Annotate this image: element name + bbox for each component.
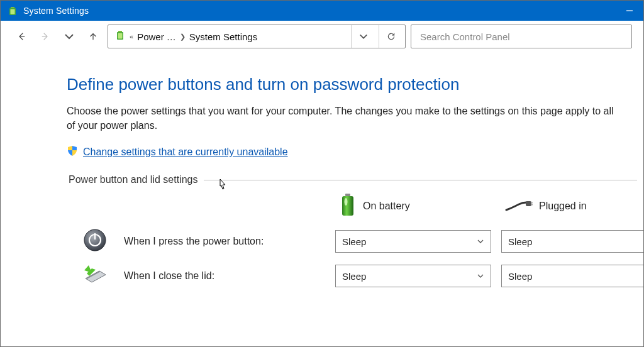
shield-icon — [67, 145, 78, 159]
svg-point-15 — [84, 229, 106, 251]
up-button[interactable] — [84, 27, 103, 46]
power-button-battery-select[interactable]: Sleep — [335, 230, 491, 253]
refresh-button[interactable] — [379, 25, 402, 48]
battery-app-icon — [7, 5, 18, 16]
battery-crumb-icon — [114, 30, 126, 43]
row-power-button-label: When I press the power button: — [124, 236, 325, 247]
svg-rect-13 — [531, 202, 533, 203]
titlebar: System Settings — [1, 1, 643, 21]
breadcrumb-separator-icon: ❯ — [180, 33, 186, 41]
change-settings-row: Change settings that are currently unava… — [67, 145, 643, 159]
window-controls — [615, 1, 643, 21]
column-header-battery: On battery — [335, 193, 491, 219]
change-settings-link[interactable]: Change settings that are currently unava… — [83, 146, 288, 158]
column-header-plugged: Plugged in — [501, 197, 644, 215]
svg-rect-10 — [342, 196, 353, 216]
recent-dropdown[interactable] — [60, 27, 79, 46]
plug-icon — [505, 197, 533, 215]
page-description: Choose the power settings that you want … — [67, 104, 625, 133]
svg-rect-2 — [11, 9, 15, 14]
power-button-icon — [83, 228, 107, 255]
toolbar: « Power … ❯ System Settings — [1, 21, 643, 52]
column-header-plugged-label: Plugged in — [539, 201, 587, 212]
breadcrumb-item-1[interactable]: Power … — [137, 31, 176, 42]
battery-icon — [339, 193, 357, 219]
svg-rect-12 — [526, 201, 531, 206]
address-dropdown-button[interactable] — [351, 25, 375, 48]
svg-rect-8 — [118, 33, 123, 39]
lid-battery-select[interactable]: Sleep — [335, 265, 491, 287]
search-input[interactable] — [419, 31, 624, 43]
content-area: Define power buttons and turn on passwor… — [1, 52, 643, 289]
row-lid-label: When I close the lid: — [124, 270, 325, 282]
lid-plugged-select[interactable]: Sleep — [501, 265, 644, 287]
back-button[interactable] — [12, 27, 31, 46]
section-header: Power button and lid settings — [67, 174, 643, 185]
window-title: System Settings — [23, 6, 615, 16]
breadcrumb-overflow-icon[interactable]: « — [130, 33, 133, 40]
section-divider — [204, 180, 637, 180]
svg-point-11 — [345, 198, 348, 206]
forward-button[interactable] — [36, 27, 55, 46]
page-heading: Define power buttons and turn on passwor… — [67, 75, 643, 94]
power-button-plugged-select[interactable]: Sleep — [501, 230, 644, 253]
settings-grid: On battery Plugged in When I press the p… — [67, 193, 643, 289]
minimize-button[interactable] — [615, 1, 643, 21]
svg-rect-14 — [531, 204, 533, 205]
section-label: Power button and lid settings — [69, 174, 197, 185]
breadcrumb-item-2[interactable]: System Settings — [189, 31, 257, 42]
search-bar[interactable] — [411, 25, 632, 48]
svg-rect-6 — [118, 31, 122, 32]
lid-icon — [82, 263, 108, 289]
address-bar[interactable]: « Power … ❯ System Settings — [108, 25, 406, 48]
svg-rect-9 — [345, 194, 350, 196]
svg-rect-0 — [11, 7, 14, 8]
column-header-battery-label: On battery — [363, 201, 410, 212]
